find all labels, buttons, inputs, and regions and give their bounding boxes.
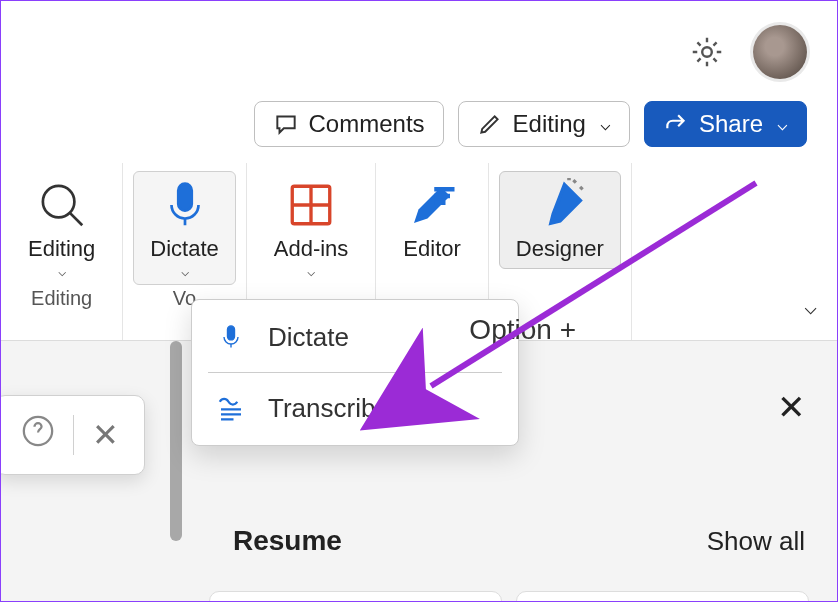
dropdown-dictate-label: Dictate — [268, 322, 349, 353]
editing-mode-button[interactable]: Editing ⌵ — [458, 101, 630, 147]
template-cards — [209, 591, 809, 602]
microphone-icon — [214, 320, 248, 354]
share-button[interactable]: Share ⌵ — [644, 101, 807, 147]
comment-icon — [273, 111, 299, 137]
panel-close-icon[interactable]: ✕ — [777, 387, 805, 427]
dictate-dropdown-menu: Dictate Transcribe Option + — [191, 299, 519, 446]
help-popup: ✕ — [0, 395, 145, 475]
comments-button[interactable]: Comments — [254, 101, 444, 147]
settings-gear-icon[interactable] — [689, 34, 725, 70]
magnifier-icon — [35, 178, 89, 232]
ribbon-editor-label: Editor — [403, 236, 460, 262]
help-icon[interactable] — [21, 414, 55, 456]
close-icon[interactable]: ✕ — [92, 416, 119, 454]
dropdown-item-transcribe[interactable]: Transcribe — [192, 377, 518, 439]
svg-rect-5 — [228, 326, 235, 340]
show-all-link[interactable]: Show all — [707, 526, 805, 557]
divider — [73, 415, 74, 455]
ribbon-editor-button[interactable]: Editor — [386, 171, 477, 269]
chevron-down-icon: ⌵ — [600, 113, 611, 135]
ribbon-addins-button[interactable]: Add-ins ⌵ — [257, 171, 366, 285]
ribbon-addins-label: Add-ins — [274, 236, 349, 262]
comments-label: Comments — [309, 110, 425, 138]
ribbon-editing-button[interactable]: Editing ⌵ — [11, 171, 112, 285]
editing-mode-label: Editing — [513, 110, 586, 138]
ribbon-dictate-label: Dictate — [150, 236, 218, 262]
ribbon-dictate-button[interactable]: Dictate ⌵ — [133, 171, 235, 285]
dropdown-item-dictate[interactable]: Dictate — [192, 306, 518, 368]
transcribe-icon — [214, 391, 248, 425]
microphone-icon — [158, 178, 212, 232]
chevron-down-icon: ⌵ — [777, 113, 788, 135]
divider — [208, 372, 502, 373]
ribbon-group-editing-label: Editing — [31, 287, 92, 310]
chevron-down-icon: ⌵ — [181, 264, 189, 278]
share-icon — [663, 111, 689, 137]
svg-point-1 — [43, 186, 75, 218]
user-avatar[interactable] — [753, 25, 807, 79]
chevron-down-icon: ⌵ — [307, 264, 315, 278]
svg-point-0 — [702, 47, 712, 57]
ribbon-designer-label: Designer — [516, 236, 604, 262]
ribbon-collapse-chevron-icon[interactable]: ⌵ — [804, 294, 817, 320]
chevron-down-icon: ⌵ — [58, 264, 66, 278]
svg-rect-2 — [178, 184, 192, 211]
panel-title: Resume — [233, 525, 342, 557]
pencil-icon — [477, 111, 503, 137]
addins-icon — [284, 178, 338, 232]
scrollbar[interactable] — [170, 341, 182, 541]
share-label: Share — [699, 110, 763, 138]
ribbon-designer-button[interactable]: Designer — [499, 171, 621, 269]
editor-pen-icon — [405, 178, 459, 232]
dropdown-transcribe-label: Transcribe — [268, 393, 390, 424]
ribbon-editing-label: Editing — [28, 236, 95, 262]
paintbrush-icon — [533, 178, 587, 232]
